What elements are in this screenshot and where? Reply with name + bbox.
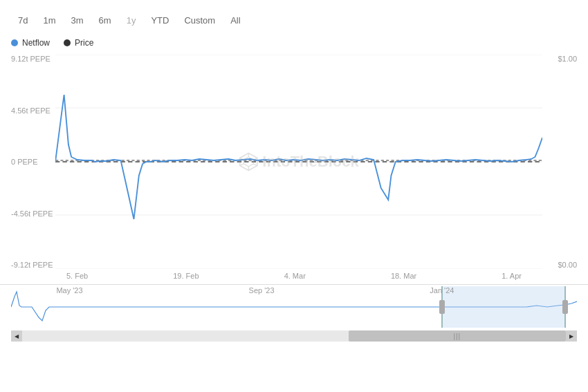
- y-right-label-4: $0.00: [558, 261, 577, 269]
- btn-custom[interactable]: Custom: [177, 12, 222, 28]
- scrollbar-thumb[interactable]: |||: [349, 330, 566, 342]
- legend-price: Price: [64, 38, 93, 48]
- x-axis: 5. Feb 19. Feb 4. Mar 18. Mar 1. Apr: [0, 269, 588, 283]
- scrollbar-left-arrow[interactable]: ◀: [11, 330, 22, 342]
- mini-chart-area: May '23 Sep '23 Jan '24 ◀ ||| ▶: [0, 286, 588, 342]
- netflow-dot: [11, 39, 18, 46]
- chart-divider: [0, 284, 588, 285]
- x-label-0: 5. Feb: [66, 272, 88, 280]
- btn-1y[interactable]: 1y: [120, 12, 143, 28]
- chart-svg-container: IntoTheBlock: [55, 55, 542, 269]
- time-range-bar: 7d 1m 3m 6m 1y YTD Custom All: [0, 7, 588, 34]
- x-label-4: 1. Apr: [502, 272, 522, 280]
- y-right-label-0: $1.00: [558, 55, 577, 63]
- mini-x-label-1: Sep '23: [249, 286, 275, 295]
- netflow-label: Netflow: [22, 38, 50, 48]
- main-chart-svg: [55, 55, 542, 269]
- price-label: Price: [75, 38, 93, 48]
- scrollbar-grip-icon: |||: [453, 333, 461, 340]
- scrollbar-track[interactable]: |||: [22, 330, 566, 342]
- x-label-2: 4. Mar: [284, 272, 306, 280]
- btn-6m[interactable]: 6m: [92, 12, 118, 28]
- scrollbar-right-arrow[interactable]: ▶: [566, 330, 577, 342]
- main-container: 7d 1m 3m 6m 1y YTD Custom All Netflow Pr…: [0, 0, 588, 392]
- btn-ytd[interactable]: YTD: [144, 12, 176, 28]
- legend-netflow: Netflow: [11, 38, 50, 48]
- legend: Netflow Price: [0, 34, 588, 55]
- main-chart-area: 9.12t PEPE 4.56t PEPE 0 PEPE -4.56t PEPE…: [0, 55, 588, 269]
- btn-all[interactable]: All: [223, 12, 247, 28]
- mini-x-label-2: Jan '24: [430, 286, 454, 295]
- price-dot: [64, 39, 71, 46]
- x-label-3: 18. Mar: [391, 272, 416, 280]
- x-label-1: 19. Feb: [173, 272, 199, 280]
- y-axis-right: $1.00 $0.00: [542, 55, 577, 269]
- scrollbar[interactable]: ◀ ||| ▶: [11, 330, 577, 342]
- mini-x-axis: May '23 Sep '23 Jan '24: [11, 286, 577, 299]
- btn-1m[interactable]: 1m: [36, 12, 62, 28]
- btn-3m[interactable]: 3m: [64, 12, 91, 28]
- mini-x-label-0: May '23: [56, 286, 82, 295]
- btn-7d[interactable]: 7d: [11, 12, 35, 28]
